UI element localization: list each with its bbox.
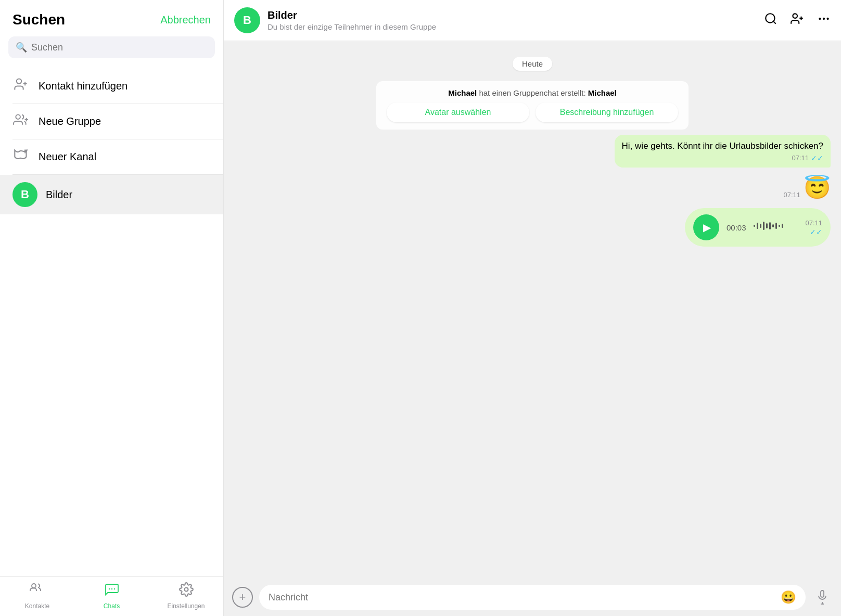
new-group-label: Neue Gruppe (39, 116, 101, 127)
system-message: Michael hat einen Gruppenchat erstellt: … (376, 81, 689, 130)
avatar-select-button[interactable]: Avatar auswählen (387, 102, 529, 122)
chat-header-actions (764, 12, 831, 29)
chat-header: B Bilder Du bist der einzige Teilnehmer … (224, 0, 841, 41)
message-row-2: 07:11 😇 (234, 175, 831, 201)
voice-bubble: ▶ 00:03 (685, 208, 831, 247)
bottom-nav: Kontakte Chats (0, 576, 223, 616)
chats-icon (104, 582, 120, 600)
sidebar: Suchen Abbrechen 🔍 Kont (0, 0, 224, 616)
message-input-container: 😀 (259, 585, 806, 610)
add-contact-label: Kontakt hinzufügen (39, 80, 128, 92)
system-message-text: Michael hat einen Gruppenchat erstellt: … (448, 88, 617, 97)
svg-point-0 (17, 79, 21, 84)
svg-point-19 (823, 17, 825, 19)
voice-duration: 00:03 (727, 223, 746, 232)
svg-point-9 (108, 588, 109, 589)
nav-item-contacts[interactable]: Kontakte (0, 582, 74, 610)
nav-label-contacts: Kontakte (25, 602, 49, 610)
app-container: Suchen Abbrechen 🔍 Kont (0, 0, 841, 616)
message-text-1: Hi, wie gehts. Könnt ihr die Urlaubsbild… (622, 140, 823, 152)
sidebar-item-new-group[interactable]: Neue Gruppe (0, 104, 223, 139)
system-msg-sender: Michael (448, 88, 477, 97)
chat-header-subtitle: Du bist der einzige Teilnehmer in diesem… (267, 22, 757, 31)
sidebar-item-add-contact[interactable]: Kontakt hinzufügen (0, 69, 223, 104)
nav-item-settings[interactable]: Einstellungen (149, 582, 223, 610)
svg-point-15 (793, 14, 797, 18)
new-channel-label: Neuer Kanal (39, 151, 96, 163)
new-group-icon (12, 112, 29, 131)
sidebar-scroll: Kontakt hinzufügen Neue (0, 65, 223, 576)
message-row-3: ▶ 00:03 (234, 208, 831, 247)
svg-point-13 (766, 14, 774, 22)
emoji-picker-button[interactable]: 😀 (781, 590, 796, 605)
mic-button[interactable] (812, 587, 833, 608)
chat-name-bilder: Bilder (46, 189, 72, 201)
system-message-buttons: Avatar auswählen Beschreibung hinzufügen (387, 102, 678, 122)
svg-point-12 (184, 588, 188, 592)
svg-rect-22 (757, 223, 758, 229)
chat-list-item-bilder[interactable]: B Bilder (0, 175, 223, 214)
message-meta-1: 07:11 ✓✓ (622, 154, 823, 162)
search-bar[interactable]: 🔍 (8, 36, 215, 58)
chat-panel: B Bilder Du bist der einzige Teilnehmer … (224, 0, 841, 616)
chat-input-area: + 😀 (224, 579, 841, 616)
svg-line-14 (773, 21, 776, 24)
chat-messages: Heute Michael hat einen Gruppenchat erst… (224, 41, 841, 579)
date-label: Heute (513, 57, 552, 71)
chat-header-name: Bilder (267, 9, 757, 21)
search-icon: 🔍 (16, 42, 27, 53)
add-contact-icon (12, 77, 29, 95)
voice-waveform-icon (754, 220, 785, 235)
description-add-button[interactable]: Beschreibung hinzufügen (536, 102, 678, 122)
chat-header-avatar: B (234, 7, 260, 33)
svg-rect-24 (763, 222, 764, 230)
svg-rect-27 (772, 224, 774, 227)
svg-point-8 (32, 584, 36, 588)
system-msg-group: Michael (588, 88, 617, 97)
contacts-icon (29, 582, 46, 600)
nav-item-chats[interactable]: Chats (74, 582, 149, 610)
voice-check: ✓✓ (810, 228, 822, 236)
play-icon: ▶ (703, 221, 711, 234)
sidebar-menu: Kontakt hinzufügen Neue (0, 65, 223, 219)
svg-point-10 (111, 588, 112, 589)
svg-point-11 (113, 588, 114, 589)
svg-rect-21 (754, 225, 755, 227)
play-button[interactable]: ▶ (693, 214, 719, 240)
more-options-icon[interactable] (817, 12, 831, 29)
system-msg-middle: hat einen Gruppenchat erstellt: (477, 88, 588, 97)
message-row-1: Hi, wie gehts. Könnt ihr die Urlaubsbild… (234, 135, 831, 168)
message-time-1: 07:11 (792, 154, 809, 162)
message-check-1: ✓✓ (811, 154, 823, 162)
search-chat-icon[interactable] (764, 12, 778, 29)
svg-rect-25 (766, 223, 768, 228)
message-bubble-1: Hi, wie gehts. Könnt ihr die Urlaubsbild… (615, 135, 831, 168)
voice-meta: 07:11 ✓✓ (805, 219, 822, 236)
add-attachment-button[interactable]: + (232, 587, 253, 608)
svg-rect-23 (760, 224, 761, 228)
nav-label-settings: Einstellungen (167, 602, 205, 610)
svg-rect-26 (769, 222, 771, 229)
new-channel-icon (12, 148, 29, 166)
svg-rect-29 (779, 225, 780, 227)
emoji-bubble: 😇 (804, 175, 831, 201)
svg-rect-31 (821, 591, 824, 597)
svg-point-20 (826, 17, 829, 19)
chat-header-info: Bilder Du bist der einzige Teilnehmer in… (267, 9, 757, 31)
cancel-button[interactable]: Abbrechen (160, 14, 211, 26)
date-divider: Heute (234, 57, 831, 71)
voice-time: 07:11 (805, 219, 822, 227)
sidebar-item-new-channel[interactable]: Neuer Kanal (0, 139, 223, 174)
emoji-time: 07:11 (783, 191, 800, 199)
add-participant-icon[interactable] (790, 12, 805, 29)
sidebar-header: Suchen Abbrechen (0, 0, 223, 36)
sidebar-title: Suchen (12, 11, 65, 28)
svg-point-18 (819, 17, 821, 19)
svg-rect-28 (775, 223, 777, 229)
search-input[interactable] (31, 42, 208, 53)
settings-icon (179, 582, 194, 600)
nav-label-chats: Chats (104, 602, 120, 610)
message-input[interactable] (269, 592, 775, 603)
chat-avatar-bilder: B (12, 182, 37, 207)
svg-point-3 (16, 114, 20, 119)
